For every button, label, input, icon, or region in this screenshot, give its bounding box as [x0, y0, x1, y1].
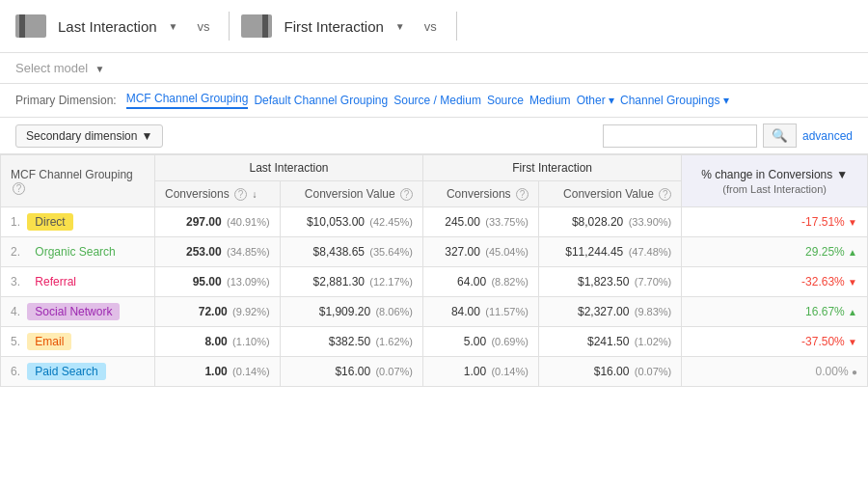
dim-channel-groupings[interactable]: Channel Groupings ▾ [620, 94, 729, 107]
first-conv-value: 1.00 [464, 365, 486, 378]
last-val-pct: (42.45%) [369, 216, 413, 228]
change-value: 0.00% [816, 365, 849, 378]
change-arrow: ● [852, 367, 857, 377]
last-val-pct: (0.07%) [375, 366, 413, 377]
first-val-value: $8,028.20 [572, 215, 623, 229]
row-number: 5. [11, 335, 20, 348]
main-table-container: MCF Channel Grouping ? Last Interaction … [0, 154, 868, 387]
first-val-pct: (33.90%) [629, 216, 672, 228]
row-number: 6. [11, 365, 20, 378]
change-header: % change in Conversions ▼ (from Last Int… [682, 155, 868, 207]
first-val-cell-3: $2,327.00 (9.83%) [538, 297, 681, 327]
change-arrow: ▼ [848, 217, 857, 228]
first-conversions-header: Conversions ? [422, 181, 538, 207]
table-row: 6. Paid Search 1.00 (0.14%) $16.00 (0.07… [1, 357, 868, 387]
change-value: -32.63% [801, 275, 845, 288]
last-conv-cell-1: 253.00 (34.85%) [155, 237, 281, 267]
row-number: 4. [11, 305, 20, 318]
first-conv-cell-0: 245.00 (33.75%) [422, 207, 538, 237]
channel-cell-2: 3. Referral [1, 267, 155, 297]
first-val-cell-1: $11,244.45 (47.48%) [538, 237, 681, 267]
channel-label[interactable]: Paid Search [27, 363, 105, 380]
vs-label-1: vs [189, 19, 217, 34]
last-val-cell-2: $2,881.30 (12.17%) [280, 267, 422, 297]
secondary-dimension-button[interactable]: Secondary dimension ▼ [15, 124, 163, 148]
select-model-arrow[interactable]: ▼ [95, 64, 105, 74]
first-conv-cell-2: 64.00 (8.82%) [422, 267, 538, 297]
dim-mcf-channel-grouping[interactable]: MCF Channel Grouping [126, 92, 249, 109]
last-conv-pct: (0.14%) [232, 366, 270, 377]
channel-label[interactable]: Organic Search [27, 243, 122, 261]
first-conv-pct: (33.75%) [485, 216, 529, 228]
change-arrow: ▲ [848, 247, 857, 258]
first-val-value: $1,823.50 [578, 275, 629, 288]
first-val-pct: (9.83%) [635, 306, 672, 317]
first-conv-value: 5.00 [464, 335, 486, 348]
last-val-cell-4: $382.50 (1.62%) [280, 327, 422, 357]
mcf-channel-header: MCF Channel Grouping ? [1, 155, 155, 207]
last-val-pct: (1.62%) [375, 336, 413, 347]
last-conv-value: 253.00 [186, 245, 222, 259]
change-cell-4: -37.50% ▼ [682, 327, 868, 357]
change-value: -37.50% [801, 335, 845, 348]
sort-icon[interactable]: ↓ [252, 189, 257, 200]
select-model-placeholder[interactable]: Select model [15, 61, 88, 75]
dim-medium[interactable]: Medium [529, 94, 571, 107]
first-conv-value: 84.00 [451, 305, 480, 318]
last-interaction-dropdown[interactable]: ▼ [169, 21, 178, 32]
search-button[interactable]: 🔍 [763, 124, 797, 148]
last-conv-value: 8.00 [204, 335, 227, 348]
first-conv-help[interactable]: ? [516, 188, 529, 201]
last-conv-value: 72.00 [199, 305, 228, 318]
last-interaction-label: Last Interaction [58, 18, 157, 35]
first-val-cell-4: $241.50 (1.02%) [538, 327, 681, 357]
channel-label[interactable]: Referral [27, 273, 84, 290]
channel-label[interactable]: Social Network [27, 303, 120, 320]
last-conv-cell-3: 72.00 (9.92%) [155, 297, 281, 327]
first-val-cell-0: $8,028.20 (33.90%) [538, 207, 681, 237]
last-val-cell-3: $1,909.20 (8.06%) [280, 297, 422, 327]
channel-label[interactable]: Email [27, 333, 71, 350]
dim-source[interactable]: Source [487, 94, 524, 107]
dim-default-channel[interactable]: Default Channel Grouping [254, 94, 388, 107]
primary-dimension-row: Primary Dimension: MCF Channel Grouping … [0, 84, 868, 118]
last-val-pct: (35.64%) [369, 246, 413, 258]
mcf-help-icon[interactable]: ? [13, 182, 25, 195]
last-val-value: $1,909.20 [319, 305, 370, 318]
last-interaction-icon [15, 14, 46, 38]
table-row: 1. Direct 297.00 (40.91%) $10,053.00 (42… [1, 207, 868, 237]
first-interaction-dropdown[interactable]: ▼ [395, 21, 405, 32]
toolbar-row: Secondary dimension ▼ 🔍 advanced [0, 118, 868, 154]
last-conv-pct: (1.10%) [232, 336, 270, 347]
last-val-help[interactable]: ? [400, 188, 413, 201]
first-conv-pct: (8.82%) [491, 276, 529, 288]
first-val-pct: (1.02%) [635, 336, 672, 347]
divider-1 [229, 12, 230, 41]
table-row: 2. Organic Search 253.00 (34.85%) $8,438… [1, 237, 868, 267]
change-dropdown-arrow[interactable]: ▼ [836, 168, 848, 181]
secondary-dim-label: Secondary dimension [26, 129, 137, 143]
first-val-cell-2: $1,823.50 (7.70%) [538, 267, 681, 297]
change-cell-2: -32.63% ▼ [682, 267, 868, 297]
last-conversions-header: Conversions ? ↓ [155, 181, 281, 207]
last-conv-value: 95.00 [193, 275, 222, 288]
dim-source-medium[interactable]: Source / Medium [393, 94, 481, 107]
last-conv-pct: (9.92%) [232, 306, 270, 317]
first-conv-pct: (11.57%) [485, 306, 529, 317]
dim-other[interactable]: Other ▾ [577, 94, 614, 107]
advanced-link[interactable]: advanced [802, 129, 853, 143]
first-conv-value: 327.00 [445, 245, 480, 259]
search-input[interactable] [603, 124, 757, 148]
last-val-pct: (8.06%) [375, 306, 413, 317]
row-number: 3. [11, 275, 20, 288]
last-val-value: $8,438.65 [313, 245, 365, 259]
select-model-row: Select model ▼ [0, 53, 868, 84]
row-number: 1. [11, 215, 20, 229]
channel-label[interactable]: Direct [27, 213, 72, 231]
last-conv-help[interactable]: ? [234, 188, 247, 201]
change-cell-5: 0.00% ● [682, 357, 868, 387]
first-val-help[interactable]: ? [659, 188, 671, 201]
last-val-cell-5: $16.00 (0.07%) [280, 357, 422, 387]
last-val-pct: (12.17%) [369, 276, 413, 288]
vs-label-2: vs [417, 19, 445, 34]
